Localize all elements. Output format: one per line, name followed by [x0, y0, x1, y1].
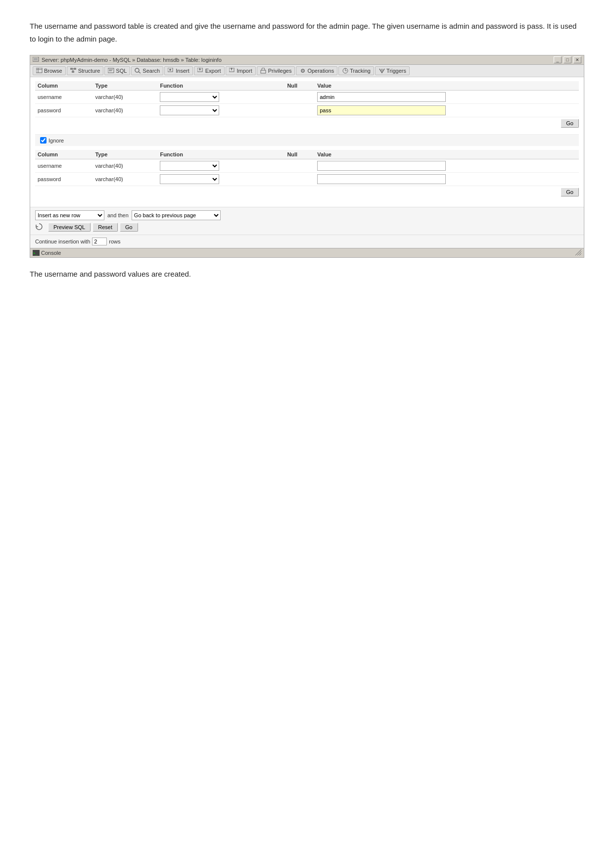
maximize-button[interactable]: □	[564, 56, 571, 63]
ignore-section: Ignore	[35, 134, 579, 146]
row1-null	[284, 91, 315, 104]
minimize-button[interactable]: _	[554, 56, 562, 63]
nav-export-label: Export	[205, 68, 221, 74]
row1-type: varchar(40)	[93, 91, 157, 104]
row4-function-cell[interactable]	[157, 173, 284, 186]
table-row: username varchar(40)	[35, 91, 579, 104]
console-label: Console	[41, 250, 61, 256]
svg-line-32	[577, 251, 581, 255]
nav-structure-label: Structure	[78, 68, 100, 74]
col-header-value: Value	[315, 81, 579, 91]
go-button-2[interactable]: Go	[561, 188, 579, 196]
search-icon	[135, 68, 142, 74]
row1-function-select[interactable]	[160, 92, 219, 102]
svg-rect-7	[72, 71, 74, 73]
statusbar: >_ Console	[30, 248, 584, 257]
nav-import-label: Import	[237, 68, 252, 74]
nav-operations[interactable]: Operations	[296, 66, 337, 75]
and-then-label: and then	[107, 212, 129, 218]
console-icon: >_	[33, 250, 40, 256]
nav-browse[interactable]: Browse	[33, 66, 66, 75]
go-button-1[interactable]: Go	[561, 119, 579, 128]
titlebar-buttons[interactable]: _ □ ✕	[554, 56, 581, 63]
col2-header-null: Null	[284, 150, 315, 159]
nav-structure[interactable]: Structure	[67, 66, 104, 75]
svg-rect-2	[36, 68, 42, 73]
row1-value[interactable]	[315, 91, 579, 104]
row2-value[interactable]	[315, 104, 579, 117]
go-back-select[interactable]: Go back to previous page	[132, 210, 221, 220]
continue-insertion-row: Continue insertion with rows	[30, 235, 584, 248]
row4-value-input[interactable]	[317, 174, 446, 184]
nav-privileges[interactable]: Privileges	[257, 66, 295, 75]
content-area: Column Type Function Null Value username…	[30, 77, 584, 207]
statusbar-left: >_ Console	[33, 250, 61, 256]
nav-triggers[interactable]: Triggers	[375, 66, 410, 75]
titlebar-breadcrumb: Server: phpMyAdmin-demo - MySQL » Databa…	[42, 57, 222, 63]
row2-value-input[interactable]	[317, 105, 446, 115]
svg-text:>_: >_	[33, 251, 38, 255]
row2-function-select[interactable]	[160, 105, 219, 115]
privileges-icon	[260, 68, 267, 74]
nav-sql-label: SQL	[116, 68, 127, 74]
row4-null	[284, 173, 315, 186]
go-btn-row-1: Go	[35, 117, 579, 129]
row3-value[interactable]	[315, 159, 579, 173]
svg-rect-6	[74, 68, 76, 70]
footer-go-button[interactable]: Go	[120, 223, 138, 232]
row1-value-input[interactable]	[317, 92, 446, 102]
table1-section: Column Type Function Null Value username…	[35, 81, 579, 129]
structure-icon	[70, 68, 77, 74]
insert-type-select[interactable]: Insert as new row	[35, 210, 104, 220]
row2-function-cell[interactable]	[157, 104, 284, 117]
nav-sql[interactable]: SQL	[104, 66, 130, 75]
nav-export[interactable]: Export	[194, 66, 225, 75]
export-icon	[197, 68, 204, 74]
titlebar-left: Server: phpMyAdmin-demo - MySQL » Databa…	[33, 57, 222, 63]
nav-search[interactable]: Search	[131, 66, 163, 75]
window-icon	[33, 57, 40, 63]
close-button[interactable]: ✕	[573, 56, 581, 63]
table-row: username varchar(40)	[35, 159, 579, 173]
refresh-icon	[35, 223, 43, 231]
row3-type: varchar(40)	[93, 159, 157, 173]
insert-table-1: Column Type Function Null Value username…	[35, 81, 579, 117]
phpmyadmin-window: Server: phpMyAdmin-demo - MySQL » Databa…	[30, 55, 584, 258]
browse-icon	[36, 68, 43, 74]
go-btn-row-2: Go	[35, 186, 579, 198]
col2-header-value: Value	[315, 150, 579, 159]
row3-function-cell[interactable]	[157, 159, 284, 173]
navbar: Browse Structure SQL	[30, 65, 584, 77]
footer-section: Insert as new row and then Go back to pr…	[30, 207, 584, 235]
nav-browse-label: Browse	[44, 68, 62, 74]
col2-header-function: Function	[157, 150, 284, 159]
col2-header-type: Type	[93, 150, 157, 159]
nav-import[interactable]: Import	[226, 66, 256, 75]
tracking-icon	[342, 68, 349, 74]
col2-header-column: Column	[35, 150, 93, 159]
row3-value-input[interactable]	[317, 161, 446, 171]
nav-insert[interactable]: Insert	[164, 66, 193, 75]
nav-triggers-label: Triggers	[386, 68, 406, 74]
resize-icon[interactable]	[575, 249, 581, 255]
row1-function-cell[interactable]	[157, 91, 284, 104]
ignore-label: Ignore	[48, 138, 64, 144]
preview-sql-button[interactable]: Preview SQL	[48, 223, 91, 232]
reset-button[interactable]: Reset	[93, 223, 118, 232]
svg-line-14	[139, 72, 141, 73]
footer-row2: Preview SQL Reset Go	[35, 223, 579, 232]
ignore-checkbox[interactable]	[40, 137, 47, 144]
row3-column: username	[35, 159, 93, 173]
row3-function-select[interactable]	[160, 161, 219, 171]
row4-function-select[interactable]	[160, 174, 219, 184]
nav-tracking-label: Tracking	[350, 68, 371, 74]
svg-point-13	[135, 68, 139, 72]
continue-rows-input[interactable]	[92, 238, 107, 245]
row2-null	[284, 104, 315, 117]
table-row: password varchar(40)	[35, 104, 579, 117]
insert-icon	[168, 68, 175, 74]
col-header-null: Null	[284, 81, 315, 91]
nav-tracking[interactable]: Tracking	[338, 66, 374, 75]
row4-value[interactable]	[315, 173, 579, 186]
footer-row1: Insert as new row and then Go back to pr…	[35, 210, 579, 220]
